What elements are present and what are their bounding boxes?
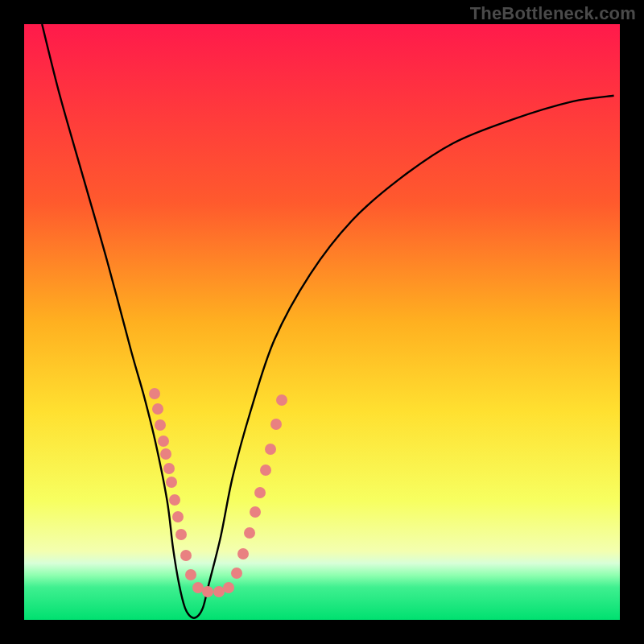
marker-dot (185, 569, 196, 580)
marker-dot (265, 444, 276, 455)
marker-dot (244, 527, 255, 539)
watermark-text: TheBottleneck.com (470, 3, 636, 24)
marker-dot (163, 463, 175, 474)
marker-dot (180, 550, 192, 561)
marker-dot (158, 436, 169, 447)
marker-dot (260, 464, 271, 476)
chart-frame: TheBottleneck.com (0, 0, 644, 644)
marker-dot (160, 448, 171, 460)
marker-dot (237, 548, 249, 559)
marker-dot (250, 506, 261, 518)
marker-dot (231, 568, 242, 579)
marker-dot (172, 511, 184, 522)
marker-dot (202, 586, 213, 597)
marker-dot (270, 419, 282, 430)
marker-dot (152, 403, 163, 415)
marker-dot (254, 487, 266, 498)
chart-svg (0, 0, 644, 644)
marker-dot (223, 582, 234, 593)
marker-dot (169, 494, 180, 506)
marker-dot (213, 586, 225, 597)
marker-dot (166, 477, 177, 488)
marker-dot (149, 388, 160, 399)
marker-dot (276, 394, 287, 406)
marker-dot (155, 419, 166, 431)
marker-dot (175, 529, 187, 540)
marker-dot (192, 582, 204, 593)
